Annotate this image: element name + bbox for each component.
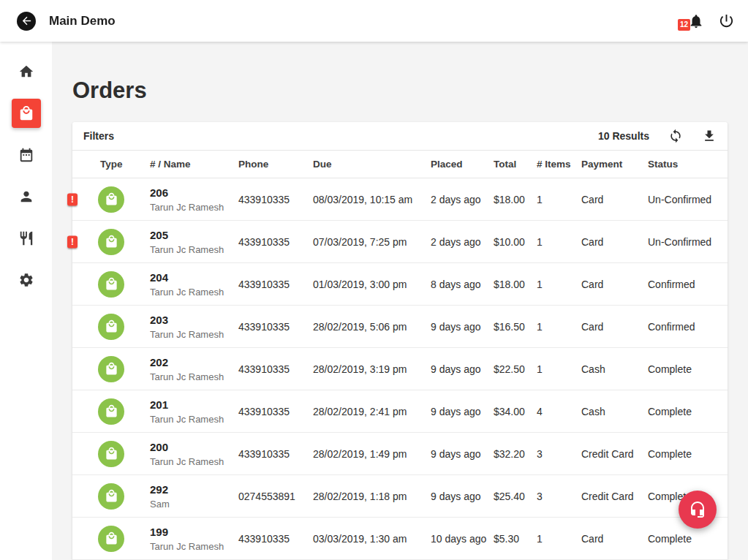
cell-items: 1 [537, 348, 581, 390]
table-row[interactable]: ! 202 Tarun Jc Ramesh 433910335 28/02/20… [72, 348, 728, 390]
table-row[interactable]: ! 203 Tarun Jc Ramesh 433910335 28/02/20… [72, 306, 728, 348]
order-customer-name: Tarun Jc Ramesh [150, 244, 234, 255]
cell-due: 28/02/2019, 5:06 pm [313, 306, 431, 348]
table-row[interactable]: ! 201 Tarun Jc Ramesh 433910335 28/02/20… [72, 390, 728, 433]
shopping-bag-icon [105, 319, 118, 333]
cell-payment: Cash [581, 390, 648, 433]
cell-phone: 433910335 [238, 348, 313, 390]
cell-phone: 433910335 [238, 263, 313, 306]
sidebar-item-customers[interactable] [12, 182, 41, 211]
cell-items: 1 [537, 178, 581, 221]
cell-items: 1 [537, 263, 581, 306]
table-row[interactable]: ! 200 Tarun Jc Ramesh 433910335 28/02/20… [72, 433, 728, 475]
cell-status: Complete [648, 348, 728, 390]
cell-due: 28/02/2019, 1:49 pm [313, 433, 431, 475]
cell-type: ! [72, 433, 150, 475]
order-customer-name: Tarun Jc Ramesh [150, 287, 234, 298]
cell-phone: 433910335 [238, 178, 313, 221]
table-row[interactable]: ! 199 Tarun Jc Ramesh 433910335 03/03/20… [72, 518, 728, 560]
panel-header: Filters 10 Results [72, 122, 728, 150]
cell-phone: 0274553891 [238, 475, 313, 518]
table-header-row: Type # / Name Phone Due Placed Total # I… [72, 151, 728, 178]
column-header-items: # Items [537, 151, 581, 178]
headset-icon [689, 501, 706, 518]
cell-placed: 8 days ago [431, 263, 494, 306]
shopping-bag-icon [105, 404, 118, 418]
cell-status: Confirmed [648, 306, 728, 348]
cell-number-name: 200 Tarun Jc Ramesh [150, 433, 238, 475]
cell-payment: Card [581, 306, 648, 348]
alert-icon: ! [67, 193, 78, 205]
logout-button[interactable] [717, 12, 736, 31]
column-header-type: Type [72, 151, 150, 178]
order-type-icon [98, 483, 124, 510]
cell-phone: 433910335 [238, 433, 313, 475]
sidebar-item-calendar[interactable] [12, 140, 41, 170]
cell-due: 03/03/2019, 1:30 am [313, 518, 431, 560]
cell-items: 1 [537, 306, 581, 348]
column-header-phone: Phone [238, 151, 313, 178]
home-icon [18, 64, 34, 80]
table-row[interactable]: ! 205 Tarun Jc Ramesh 433910335 07/03/20… [72, 221, 728, 263]
cell-payment: Card [581, 263, 648, 306]
cell-number-name: 205 Tarun Jc Ramesh [150, 221, 238, 263]
back-button[interactable] [17, 12, 36, 31]
sidebar-item-menu[interactable] [12, 224, 41, 253]
sidebar-item-settings[interactable] [12, 265, 41, 295]
orders-panel: Filters 10 Results Type # / Name [72, 122, 728, 560]
cell-placed: 2 days ago [431, 178, 494, 221]
cell-items: 1 [537, 518, 581, 560]
cell-status: Confirmed [648, 263, 728, 306]
cell-payment: Credit Card [581, 475, 648, 518]
cell-status: Complete [648, 433, 728, 475]
restaurant-icon [18, 230, 34, 246]
cell-total: $10.00 [494, 221, 537, 263]
page-title: Orders [72, 79, 748, 102]
order-type-icon [98, 314, 124, 340]
cell-total: $18.00 [494, 178, 537, 221]
cell-status: Un-Confirmed [648, 221, 728, 263]
order-number: 199 [150, 526, 234, 538]
filters-toggle[interactable]: Filters [83, 130, 114, 142]
shopping-bag-icon [105, 277, 118, 291]
cell-placed: 9 days ago [431, 433, 494, 475]
order-customer-name: Sam [150, 499, 234, 510]
table-row[interactable]: ! 204 Tarun Jc Ramesh 433910335 01/03/20… [72, 263, 728, 306]
order-type-icon [98, 526, 124, 552]
cell-payment: Card [581, 518, 648, 560]
cell-type: ! [72, 178, 150, 221]
sidebar-item-orders[interactable] [12, 99, 41, 128]
table-row[interactable]: ! 206 Tarun Jc Ramesh 433910335 08/03/20… [72, 178, 728, 221]
notifications-button[interactable]: 12 [687, 12, 704, 30]
shopping-bag-icon [105, 192, 118, 206]
help-launcher-button[interactable] [679, 491, 717, 529]
cell-total: $25.40 [494, 475, 537, 518]
cell-due: 08/03/2019, 10:15 am [313, 178, 431, 221]
order-customer-name: Tarun Jc Ramesh [150, 456, 234, 467]
cell-placed: 2 days ago [431, 221, 494, 263]
cell-total: $34.00 [494, 390, 537, 433]
sidebar [0, 42, 52, 560]
shopping-bag-icon [105, 531, 118, 545]
order-customer-name: Tarun Jc Ramesh [150, 414, 234, 425]
cell-type: ! [72, 475, 150, 518]
download-button[interactable] [702, 129, 717, 143]
orders-table: Type # / Name Phone Due Placed Total # I… [72, 150, 728, 560]
results-count: 10 Results [598, 130, 649, 142]
table-row[interactable]: ! 292 Sam 0274553891 28/02/2019, 1:18 pm… [72, 475, 728, 518]
cell-status: Complete [648, 390, 728, 433]
order-customer-name: Tarun Jc Ramesh [150, 202, 234, 213]
calendar-icon [18, 147, 34, 163]
cell-due: 07/03/2019, 7:25 pm [313, 221, 431, 263]
cell-phone: 433910335 [238, 518, 313, 560]
cell-type: ! [72, 518, 150, 560]
order-type-icon [98, 356, 124, 382]
cell-payment: Card [581, 178, 648, 221]
refresh-button[interactable] [668, 129, 683, 143]
cell-total: $16.50 [494, 306, 537, 348]
person-icon [18, 189, 34, 205]
shopping-bag-icon [105, 235, 118, 249]
bell-icon [688, 13, 704, 29]
cell-total: $18.00 [494, 263, 537, 306]
sidebar-item-home[interactable] [12, 57, 41, 86]
